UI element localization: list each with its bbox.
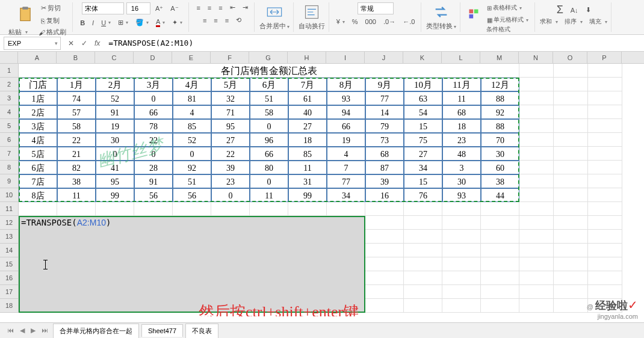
col-header-O[interactable]: O	[553, 52, 587, 63]
data-cell[interactable]: 34	[404, 161, 442, 174]
row-header-10[interactable]: 10	[0, 188, 18, 202]
data-cell[interactable]: 92	[481, 105, 519, 119]
align-left-button[interactable]: ≡	[200, 16, 209, 25]
data-cell[interactable]: 23	[211, 174, 250, 188]
data-cell[interactable]: 91	[134, 174, 173, 188]
data-cell[interactable]: 7	[327, 161, 365, 174]
cell[interactable]	[365, 257, 404, 271]
data-cell[interactable]: 58	[250, 105, 288, 119]
data-cell[interactable]: 5店	[19, 147, 57, 161]
data-cell[interactable]: 15	[404, 174, 442, 188]
cell[interactable]	[588, 64, 622, 78]
cell[interactable]	[19, 202, 57, 216]
data-cell[interactable]: 48	[442, 147, 481, 161]
data-cell[interactable]: 30	[96, 133, 134, 147]
cell[interactable]	[519, 147, 554, 161]
data-cell[interactable]: 16	[365, 188, 404, 202]
header-cell[interactable]: 8月	[327, 78, 365, 91]
data-cell[interactable]: 15	[404, 119, 442, 133]
data-cell[interactable]: 22	[211, 147, 250, 161]
data-cell[interactable]: 66	[250, 147, 288, 161]
border-button[interactable]: ⊞▾	[116, 17, 131, 28]
data-cell[interactable]: 31	[288, 174, 327, 188]
header-cell[interactable]: 1月	[57, 78, 96, 91]
data-cell[interactable]: 96	[250, 133, 288, 147]
cell[interactable]	[442, 216, 481, 230]
cell[interactable]	[554, 202, 588, 216]
cell[interactable]	[481, 244, 519, 257]
cell[interactable]	[481, 285, 519, 299]
align-bottom-button[interactable]: ≡	[216, 3, 224, 13]
data-cell[interactable]: 93	[327, 91, 365, 105]
data-cell[interactable]: 30	[442, 174, 481, 188]
tab-last-button[interactable]: ⏭	[39, 327, 51, 334]
data-cell[interactable]: 3	[442, 161, 481, 174]
table-style-button[interactable]: ⊞表格样式▾	[485, 2, 531, 13]
select-all-corner[interactable]	[0, 52, 18, 63]
header-cell[interactable]: 2月	[96, 78, 134, 91]
cell[interactable]	[519, 230, 554, 244]
sheet-tab-2[interactable]: Sheet477	[141, 324, 183, 337]
cell[interactable]	[442, 285, 481, 299]
data-cell[interactable]: 78	[134, 119, 173, 133]
data-cell[interactable]: 76	[404, 188, 442, 202]
data-cell[interactable]: 95	[96, 174, 134, 188]
col-header-G[interactable]: G	[249, 52, 288, 63]
row-header-17[interactable]: 17	[0, 285, 18, 299]
data-cell[interactable]: 19	[327, 133, 365, 147]
row-header-5[interactable]: 5	[0, 119, 18, 133]
cell[interactable]	[588, 119, 622, 133]
data-cell[interactable]: 0	[211, 188, 250, 202]
percent-button[interactable]: %	[350, 17, 361, 26]
col-header-I[interactable]: I	[326, 52, 365, 63]
sheet-tab-1[interactable]: 合并单元格内容合在一起	[53, 324, 139, 338]
row-header-13[interactable]: 13	[0, 230, 18, 244]
copy-button[interactable]: ⎘复制	[39, 15, 63, 26]
data-cell[interactable]: 51	[173, 174, 211, 188]
data-cell[interactable]: 23	[442, 133, 481, 147]
align-top-button[interactable]: ≡	[194, 3, 202, 13]
row-header-16[interactable]: 16	[0, 271, 18, 285]
title-cell[interactable]: 各门店销售金额汇总表	[19, 64, 519, 78]
data-cell[interactable]: 22	[57, 133, 96, 147]
data-cell[interactable]: 82	[57, 161, 96, 174]
cell[interactable]	[519, 285, 554, 299]
cell[interactable]	[519, 105, 554, 119]
currency-button[interactable]: ¥▾	[334, 17, 347, 26]
header-cell[interactable]: 7月	[288, 78, 327, 91]
cell[interactable]	[519, 64, 554, 78]
cell[interactable]	[554, 244, 588, 257]
cell[interactable]	[288, 202, 327, 216]
cell[interactable]	[519, 299, 554, 313]
cells-grid[interactable]: 各门店销售金额汇总表门店1月2月3月4月5月6月7月8月9月10月11月12月1…	[19, 64, 622, 313]
row-header-4[interactable]: 4	[0, 105, 18, 119]
data-cell[interactable]: 19	[96, 119, 134, 133]
cell[interactable]	[442, 271, 481, 285]
indent-right-button[interactable]: ⇥	[240, 2, 250, 13]
cell[interactable]	[554, 271, 588, 285]
data-cell[interactable]: 18	[288, 133, 327, 147]
col-header-K[interactable]: K	[403, 52, 442, 63]
row-header-6[interactable]: 6	[0, 133, 18, 147]
data-cell[interactable]: 88	[481, 119, 519, 133]
cell[interactable]	[519, 188, 554, 202]
col-header-P[interactable]: P	[587, 52, 622, 63]
header-cell[interactable]: 3月	[134, 78, 173, 91]
data-cell[interactable]: 0	[134, 147, 173, 161]
cell[interactable]	[57, 202, 96, 216]
data-cell[interactable]: 57	[57, 105, 96, 119]
data-cell[interactable]: 85	[173, 119, 211, 133]
cell[interactable]	[519, 161, 554, 174]
data-cell[interactable]: 92	[173, 161, 211, 174]
cell[interactable]	[519, 133, 554, 147]
data-cell[interactable]: 0	[134, 91, 173, 105]
cell[interactable]	[404, 299, 442, 313]
cell[interactable]	[365, 216, 404, 230]
align-middle-button[interactable]: ≡	[205, 3, 214, 13]
data-cell[interactable]: 68	[365, 147, 404, 161]
cell[interactable]	[442, 202, 481, 216]
cell[interactable]	[365, 202, 404, 216]
indent-left-button[interactable]: ⇤	[228, 2, 238, 13]
cell[interactable]	[554, 119, 588, 133]
cell[interactable]	[588, 230, 622, 244]
